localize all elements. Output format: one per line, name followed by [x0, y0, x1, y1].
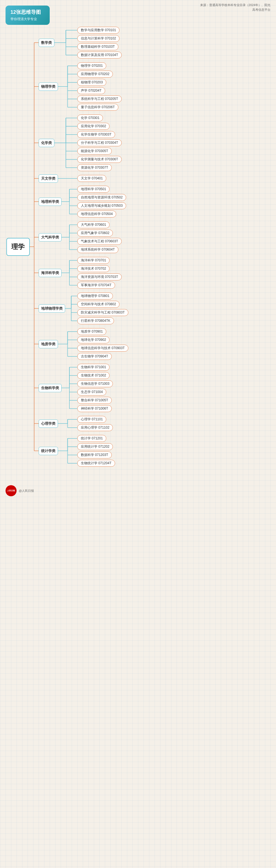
group-0: 数学类数学与应用数学 070101信息与计算科学 070102数理基础科学 07… [33, 25, 273, 60]
leaves-area-7: 地球物理学 070801空间科学与技术 070802防灾减灾科学与工程 0708… [72, 291, 273, 326]
leaf-node-0-1: 信息与计算科学 070102 [77, 35, 120, 42]
leaf-node-6-3: 军事海洋学 070704T [77, 282, 115, 289]
group-7: 地球物理学类地球物理学 070801空间科学与技术 070802防灾减灾科学与工… [33, 291, 273, 326]
leaves-area-8: 地质学 070901地球化学 070902地球信息科学与技术 070903T古生… [72, 327, 273, 361]
leaf-node-3-0: 天文学 070401 [77, 175, 106, 182]
leaf-node-9-1: 生物技术 071002 [77, 372, 110, 379]
leaf-node-2-0: 化学 070301 [77, 115, 103, 121]
leaf-node-5-3: 地球系统科学 070604T [77, 246, 118, 253]
leaf-node-1-5: 量子信息科学 070206T [77, 104, 118, 111]
leaf-node-9-4: 整合科学 071005T [77, 397, 112, 404]
group-5: 大气科学类大气科学 070601应用气象学 070602气象技术与工程 0706… [33, 220, 273, 254]
leaves-area-0: 数学与应用数学 070101信息与计算科学 070102数理基础科学 07010… [72, 25, 273, 60]
leaves-area-10: 心理学 071101应用心理学 071102 [72, 414, 273, 432]
leaf-node-11-1: 应用统计学 071202 [77, 443, 113, 450]
leaf-node-7-0: 地球物理学 070801 [77, 292, 113, 300]
root-area: 理学 [3, 25, 33, 469]
leaf-node-2-6: 资源化学 070307T [77, 164, 112, 171]
title-line2: 带你理清大学专业 [10, 17, 45, 22]
cat-area-5: 大气科学类 [33, 220, 72, 254]
group-4: 地理科学类地理科学 070501自然地理与资源环境 070502人文地理与城乡规… [33, 184, 273, 219]
leaf-node-1-1: 应用物理学 070202 [77, 71, 113, 78]
cat-area-0: 数学类 [33, 25, 72, 60]
cat-area-10: 心理学类 [33, 414, 72, 432]
leaf-node-7-2: 防灾减灾科学与工程 070803T [77, 309, 128, 316]
cat-node-5: 大气科学类 [39, 233, 62, 242]
leaf-node-5-1: 应用气象学 070602 [77, 229, 113, 237]
leaf-node-1-3: 声学 070204T [77, 87, 105, 94]
leaves-area-1: 物理学 070201应用物理学 070202核物理 070203声学 07020… [72, 61, 273, 112]
leaves-area-4: 地理科学 070501自然地理与资源环境 070502人文地理与城乡规划 070… [72, 184, 273, 219]
leaf-node-11-2: 数据科学 071203T [77, 452, 112, 458]
group-8: 地质学类地质学 070901地球化学 070902地球信息科学与技术 07090… [33, 327, 273, 361]
source-text: 来源：普通高等学校本科专业目录（2024年）、阳光 高考信息平台 [200, 3, 271, 12]
leaf-node-2-3: 分子科学与工程 070304T [77, 140, 122, 146]
leaf-node-9-5: 神经科学 071006T [77, 405, 112, 412]
leaf-node-4-2: 人文地理与城乡规划 070503 [77, 202, 126, 209]
leaves-area-5: 大气科学 070601应用气象学 070602气象技术与工程 070603T地球… [72, 220, 273, 254]
leaf-node-6-2: 海洋资源与环境 070703T [77, 274, 122, 280]
leaf-node-11-0: 统计学 071201 [77, 435, 106, 442]
cat-area-11: 统计学类 [33, 434, 72, 468]
cat-area-1: 物理学类 [33, 61, 72, 112]
leaf-node-0-3: 数据计算及应用 070104T [77, 52, 122, 59]
root-node: 理学 [6, 238, 30, 256]
title-box: 12张思维导图 带你理清大学专业 [5, 5, 50, 25]
cat-node-7: 地球物理学类 [39, 304, 65, 313]
source-line1: 来源：普通高等学校本科专业目录（2024年）、阳光 [200, 3, 271, 7]
cat-area-6: 海洋科学类 [33, 255, 72, 290]
leaf-node-0-2: 数理基础科学 070103T [77, 43, 118, 50]
group-11: 统计学类统计学 071201应用统计学 071202数据科学 071203T生物… [33, 434, 273, 468]
leaf-node-2-5: 化学测量与技术 070306T [77, 156, 122, 163]
leaf-node-1-2: 核物理 070203 [77, 79, 106, 86]
group-2: 化学类化学 070301应用化学 070302化学生物学 070303T分子科学… [33, 113, 273, 173]
leaves-area-6: 海洋科学 070701海洋技术 070702海洋资源与环境 070703T军事海… [72, 255, 273, 290]
source-line2: 高考信息平台 [252, 8, 271, 11]
cat-node-4: 地理科学类 [39, 197, 62, 206]
leaves-area-9: 生物科学 071001生物技术 071002生物信息学 071003生态学 07… [72, 362, 273, 413]
group-9: 生物科学类生物科学 071001生物技术 071002生物信息学 071003生… [33, 362, 273, 413]
leaf-node-5-2: 气象技术与工程 070603T [77, 238, 122, 245]
leaf-node-11-3: 生物统计学 071204T [77, 460, 115, 467]
footer-weibo: @人民日报 [19, 489, 34, 493]
cat-area-3: 天文学类 [33, 174, 72, 183]
group-1: 物理学类物理学 070201应用物理学 070202核物理 070203声学 0… [33, 61, 273, 112]
leaf-node-5-0: 大气科学 070601 [77, 221, 110, 228]
leaf-node-4-1: 自然地理与资源环境 070502 [77, 194, 126, 201]
leaf-node-10-1: 应用心理学 071102 [77, 424, 113, 431]
cat-area-4: 地理科学类 [33, 184, 72, 219]
footer: 人民日报 @人民日报 [5, 485, 34, 496]
leaf-node-10-0: 心理学 071101 [77, 416, 106, 423]
groups-area: 数学类数学与应用数学 070101信息与计算科学 070102数理基础科学 07… [33, 25, 273, 469]
leaf-node-7-3: 行星科学 070804TK [77, 317, 114, 324]
group-6: 海洋科学类海洋科学 070701海洋技术 070702海洋资源与环境 07070… [33, 255, 273, 290]
cat-area-7: 地球物理学类 [33, 291, 72, 326]
group-10: 心理学类心理学 071101应用心理学 071102 [33, 414, 273, 432]
leaf-node-4-3: 地理信息科学 070504 [77, 211, 116, 217]
cat-node-3: 天文学类 [39, 175, 58, 183]
logo-text: 人民日报 [7, 490, 15, 492]
logo: 人民日报 [5, 485, 17, 496]
leaves-area-11: 统计学 071201应用统计学 071202数据科学 071203T生物统计学 … [72, 434, 273, 468]
cat-node-10: 心理学类 [39, 420, 58, 428]
leaf-node-1-0: 物理学 070201 [77, 62, 106, 69]
leaf-node-4-0: 地理科学 070501 [77, 186, 110, 193]
leaf-node-9-2: 生物信息学 071003 [77, 380, 113, 387]
leaf-node-2-2: 化学生物学 070303T [77, 131, 115, 138]
cat-node-6: 海洋科学类 [39, 269, 62, 277]
title-line1: 12张思维导图 [10, 9, 45, 16]
group-3: 天文学类天文学 070401 [33, 174, 273, 183]
leaf-node-8-0: 地质学 070901 [77, 328, 106, 335]
leaf-node-0-0: 数学与应用数学 070101 [77, 27, 120, 34]
leaves-area-3: 天文学 070401 [72, 174, 273, 183]
cat-node-8: 地质学类 [39, 340, 58, 348]
cat-area-8: 地质学类 [33, 327, 72, 361]
mindmap-container: 理学 数学类数学与应用数学 070101信息与计算科学 070102数理基础科学… [3, 22, 273, 480]
cat-node-9: 生物科学类 [39, 384, 62, 392]
leaf-node-6-0: 海洋科学 070701 [77, 257, 110, 264]
leaf-node-2-1: 应用化学 070302 [77, 123, 110, 130]
cat-node-11: 统计学类 [39, 447, 58, 455]
cat-node-0: 数学类 [39, 39, 54, 47]
leaf-node-6-1: 海洋技术 070702 [77, 265, 110, 272]
weibo-text: @人民日报 [19, 489, 34, 492]
